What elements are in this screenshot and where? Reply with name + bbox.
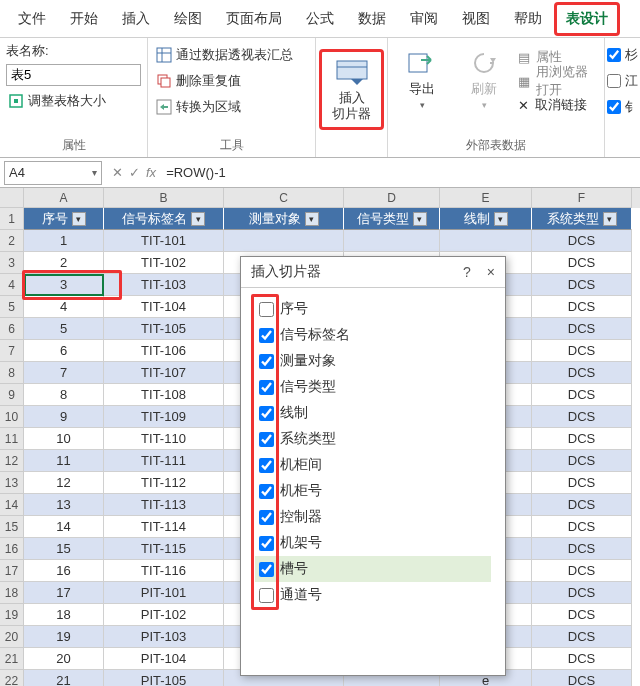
cell[interactable]: 15 bbox=[24, 538, 104, 560]
cell[interactable]: 19 bbox=[24, 626, 104, 648]
tab-视图[interactable]: 视图 bbox=[450, 2, 502, 36]
cell[interactable]: PIT-105 bbox=[104, 670, 224, 686]
cell[interactable]: 2 bbox=[24, 252, 104, 274]
filter-icon[interactable]: ▾ bbox=[603, 212, 617, 226]
chk-b[interactable]: 江 bbox=[607, 72, 638, 90]
row-header[interactable]: 14 bbox=[0, 494, 24, 516]
checkbox[interactable] bbox=[259, 354, 274, 369]
slicer-field-option[interactable]: 通道号 bbox=[255, 582, 491, 608]
cell[interactable]: DCS bbox=[532, 516, 632, 538]
cell[interactable]: DCS bbox=[532, 494, 632, 516]
tab-公式[interactable]: 公式 bbox=[294, 2, 346, 36]
convert-range-button[interactable]: 转换为区域 bbox=[154, 96, 295, 118]
cell[interactable]: DCS bbox=[532, 252, 632, 274]
cell[interactable]: TIT-113 bbox=[104, 494, 224, 516]
cell[interactable]: 13 bbox=[24, 494, 104, 516]
cell[interactable]: 3 bbox=[24, 274, 104, 296]
checkbox[interactable] bbox=[259, 380, 274, 395]
cell[interactable]: DCS bbox=[532, 538, 632, 560]
cell[interactable]: 6 bbox=[24, 340, 104, 362]
tab-插入[interactable]: 插入 bbox=[110, 2, 162, 36]
slicer-field-option[interactable]: 槽号 bbox=[255, 556, 491, 582]
slicer-field-option[interactable]: 系统类型 bbox=[255, 426, 491, 452]
formula-input[interactable]: =ROW()-1 bbox=[162, 165, 640, 180]
checkbox[interactable] bbox=[259, 510, 274, 525]
cell[interactable]: DCS bbox=[532, 648, 632, 670]
slicer-field-option[interactable]: 序号 bbox=[255, 296, 491, 322]
tab-页面布局[interactable]: 页面布局 bbox=[214, 2, 294, 36]
tab-审阅[interactable]: 审阅 bbox=[398, 2, 450, 36]
cell[interactable]: 7 bbox=[24, 362, 104, 384]
filter-icon[interactable]: ▾ bbox=[413, 212, 427, 226]
slicer-field-option[interactable]: 线制 bbox=[255, 400, 491, 426]
cell[interactable]: DCS bbox=[532, 670, 632, 686]
row-header[interactable]: 21 bbox=[0, 648, 24, 670]
cell[interactable]: PIT-102 bbox=[104, 604, 224, 626]
tab-文件[interactable]: 文件 bbox=[6, 2, 58, 36]
cell[interactable]: DCS bbox=[532, 230, 632, 252]
slicer-field-option[interactable]: 信号标签名 bbox=[255, 322, 491, 348]
slicer-field-option[interactable]: 机柜间 bbox=[255, 452, 491, 478]
cell[interactable]: 12 bbox=[24, 472, 104, 494]
col-header-B[interactable]: B bbox=[104, 188, 224, 208]
row-header[interactable]: 9 bbox=[0, 384, 24, 406]
col-header-E[interactable]: E bbox=[440, 188, 532, 208]
cell[interactable]: TIT-112 bbox=[104, 472, 224, 494]
insert-slicer-button[interactable]: 插入 切片器 bbox=[319, 49, 384, 130]
table-name-input[interactable] bbox=[6, 64, 141, 86]
cell[interactable]: 4 bbox=[24, 296, 104, 318]
checkbox[interactable] bbox=[259, 328, 274, 343]
cell[interactable]: TIT-111 bbox=[104, 450, 224, 472]
row-header[interactable]: 3 bbox=[0, 252, 24, 274]
slicer-field-option[interactable]: 机架号 bbox=[255, 530, 491, 556]
cell[interactable]: TIT-116 bbox=[104, 560, 224, 582]
tab-数据[interactable]: 数据 bbox=[346, 2, 398, 36]
col-header-C[interactable]: C bbox=[224, 188, 344, 208]
cell[interactable]: TIT-104 bbox=[104, 296, 224, 318]
checkbox[interactable] bbox=[259, 588, 274, 603]
cell[interactable]: TIT-106 bbox=[104, 340, 224, 362]
cell[interactable] bbox=[224, 230, 344, 252]
enter-icon[interactable]: ✓ bbox=[129, 165, 140, 180]
row-header[interactable]: 12 bbox=[0, 450, 24, 472]
row-header[interactable]: 18 bbox=[0, 582, 24, 604]
col-header-F[interactable]: F bbox=[532, 188, 632, 208]
row-header[interactable]: 4 bbox=[0, 274, 24, 296]
cell[interactable]: PIT-104 bbox=[104, 648, 224, 670]
row-header[interactable]: 22 bbox=[0, 670, 24, 686]
cell[interactable]: TIT-105 bbox=[104, 318, 224, 340]
row-header[interactable]: 2 bbox=[0, 230, 24, 252]
row-header[interactable]: 17 bbox=[0, 560, 24, 582]
checkbox[interactable] bbox=[259, 536, 274, 551]
table-header[interactable]: 测量对象▾ bbox=[224, 208, 344, 230]
tab-帮助[interactable]: 帮助 bbox=[502, 2, 554, 36]
cell[interactable]: DCS bbox=[532, 318, 632, 340]
cell[interactable]: 21 bbox=[24, 670, 104, 686]
row-header[interactable]: 6 bbox=[0, 318, 24, 340]
checkbox[interactable] bbox=[259, 562, 274, 577]
checkbox[interactable] bbox=[259, 484, 274, 499]
cell[interactable]: PIT-103 bbox=[104, 626, 224, 648]
cell[interactable]: TIT-101 bbox=[104, 230, 224, 252]
cell[interactable]: DCS bbox=[532, 450, 632, 472]
cell[interactable]: DCS bbox=[532, 296, 632, 318]
select-all-corner[interactable] bbox=[0, 188, 24, 208]
row-header[interactable]: 7 bbox=[0, 340, 24, 362]
cell[interactable]: 16 bbox=[24, 560, 104, 582]
export-button[interactable]: 导出 ▾ bbox=[394, 42, 450, 116]
row-header[interactable]: 10 bbox=[0, 406, 24, 428]
cell[interactable]: TIT-115 bbox=[104, 538, 224, 560]
cell[interactable]: 20 bbox=[24, 648, 104, 670]
cell[interactable]: 14 bbox=[24, 516, 104, 538]
chevron-down-icon[interactable]: ▾ bbox=[92, 167, 97, 178]
row-header[interactable]: 11 bbox=[0, 428, 24, 450]
cell[interactable]: 11 bbox=[24, 450, 104, 472]
row-header[interactable]: 13 bbox=[0, 472, 24, 494]
filter-icon[interactable]: ▾ bbox=[191, 212, 205, 226]
table-header[interactable]: 序号▾ bbox=[24, 208, 104, 230]
fx-icon[interactable]: fx bbox=[146, 165, 156, 180]
cell[interactable]: DCS bbox=[532, 362, 632, 384]
pivot-summary-button[interactable]: 通过数据透视表汇总 bbox=[154, 44, 295, 66]
cell[interactable]: TIT-114 bbox=[104, 516, 224, 538]
col-header-A[interactable]: A bbox=[24, 188, 104, 208]
